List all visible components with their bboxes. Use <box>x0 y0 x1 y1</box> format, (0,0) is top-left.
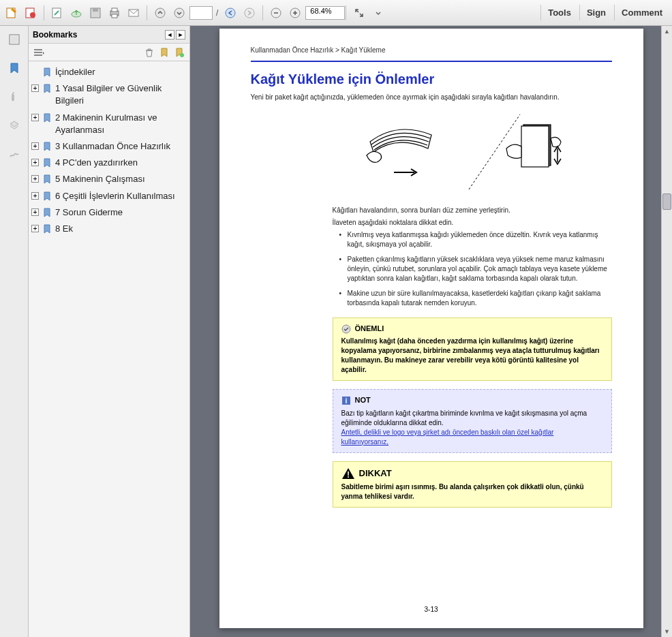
new-bookmark-icon[interactable] <box>158 46 170 59</box>
new-bookmark-from-struct-icon[interactable] <box>173 46 185 59</box>
bookmark-label: 8 Ek <box>55 223 187 235</box>
bookmark-item[interactable]: +8 Ek <box>30 221 188 237</box>
para-2: Kâğıtları havalandırın, sonra bunları dü… <box>333 206 612 215</box>
expand-icon[interactable]: + <box>31 114 39 121</box>
bookmark-item[interactable]: +6 Çeşitli İşlevlerin Kullanılması <box>30 188 188 204</box>
important-box: ÖNEMLI Kullanılmış kağıt (daha önceden y… <box>333 317 612 381</box>
bookmark-item[interactable]: +1 Yasal Bilgiler ve Güvenlik Bilgileri <box>30 80 188 109</box>
layers-icon[interactable] <box>6 117 22 134</box>
main-toolbar: / 68.4% ▼ Tools Sign Comment <box>0 0 672 26</box>
bookmark-label: 5 Makinenin Çalışması <box>55 173 187 185</box>
page-number-input[interactable] <box>189 6 213 20</box>
expand-icon[interactable]: + <box>31 225 39 232</box>
bookmarks-panel: Bookmarks ◄ ► İçindekiler+1 Yasal Bilgil… <box>29 26 190 637</box>
svg-point-2 <box>30 12 35 18</box>
page-number: 3-13 <box>219 606 643 613</box>
bookmark-ribbon-icon <box>43 113 52 123</box>
note-box: i NOT Bazı tip kağıtların kağıt çıkartma… <box>333 389 612 452</box>
bookmark-ribbon-icon <box>43 67 52 77</box>
svg-rect-20 <box>34 52 42 53</box>
page-up-icon[interactable] <box>151 4 169 22</box>
bookmark-label: 7 Sorun Giderme <box>55 206 187 219</box>
bullet-list: Kıvrılmış veya katlanmışsa kağıdı yüklem… <box>339 230 612 308</box>
email-icon[interactable] <box>125 4 142 22</box>
bullet-item: Makine uzun bir süre kullanılmayacaksa, … <box>339 289 612 308</box>
page-down-icon[interactable] <box>170 4 188 22</box>
bookmarks-icon[interactable] <box>6 60 22 76</box>
nav-back-icon[interactable] <box>222 4 239 22</box>
bookmark-item[interactable]: +4 PC'den yazdırırken <box>30 155 188 171</box>
zoom-in-icon[interactable] <box>286 4 304 22</box>
expand-icon[interactable]: + <box>31 142 39 150</box>
sign-button[interactable]: Sign <box>579 5 613 20</box>
signatures-icon[interactable] <box>6 146 22 162</box>
svg-text:i: i <box>345 397 347 405</box>
comment-button[interactable]: Comment <box>614 5 669 20</box>
svg-point-14 <box>245 8 254 18</box>
svg-rect-18 <box>11 36 18 43</box>
create-pdf-icon[interactable] <box>22 4 40 22</box>
svg-rect-8 <box>112 8 117 12</box>
svg-rect-9 <box>112 14 117 18</box>
tools-button[interactable]: Tools <box>540 5 578 20</box>
page-separator: / <box>216 8 218 18</box>
thumbnails-icon[interactable] <box>6 31 22 48</box>
expand-icon[interactable]: + <box>31 175 39 183</box>
paper-fanning-illustration <box>319 108 612 196</box>
scroll-thumb[interactable] <box>662 193 671 210</box>
svg-point-11 <box>155 8 165 18</box>
bullet-item: Paketten çıkarılmış kağıtların yüksek sı… <box>339 255 612 283</box>
check-circle-icon <box>341 324 351 334</box>
note-body-2: Antetli, delikli ve logo veya şirket adı… <box>341 428 603 447</box>
bookmark-label: İçindekiler <box>55 66 187 78</box>
important-title: ÖNEMLI <box>341 324 603 334</box>
document-area: Kullanmadan Önce Hazırlık > Kağıt Yüklem… <box>190 26 672 637</box>
panel-collapse-left-icon[interactable]: ◄ <box>165 30 174 40</box>
vertical-scrollbar[interactable]: ▲ ▼ <box>661 26 672 637</box>
nav-forward-icon[interactable] <box>241 4 258 22</box>
expand-icon[interactable]: + <box>31 192 39 200</box>
pdf-page: Kullanmadan Önce Hazırlık > Kağıt Yüklem… <box>219 29 643 628</box>
svg-rect-25 <box>521 126 549 167</box>
bookmark-item[interactable]: +3 Kullanmadan Önce Hazırlık <box>30 138 188 155</box>
more-icon[interactable] <box>369 4 387 22</box>
separator <box>147 5 147 20</box>
bookmark-item[interactable]: İçindekiler <box>30 64 188 80</box>
bookmark-ribbon-icon <box>43 142 52 151</box>
bookmark-ribbon-icon <box>43 191 52 201</box>
scroll-up-icon[interactable]: ▲ <box>662 26 672 37</box>
bookmark-ribbon-icon <box>43 224 52 234</box>
caution-box: ! DIKKAT Sabitleme birimi aşırı ısınmış.… <box>333 461 612 508</box>
edit-icon[interactable] <box>48 4 66 22</box>
fullscreen-icon[interactable] <box>350 4 368 22</box>
bookmarks-title: Bookmarks <box>33 30 164 40</box>
bookmark-label: 3 Kullanmadan Önce Hazırlık <box>55 140 187 153</box>
bookmarks-options-icon[interactable] <box>33 46 45 59</box>
attachments-icon[interactable] <box>6 89 22 105</box>
para-3: İlaveten aşağıdaki noktalara dikkat edin… <box>333 218 612 228</box>
save-icon[interactable] <box>87 4 104 22</box>
bookmark-item[interactable]: +5 Makinenin Çalışması <box>30 171 188 187</box>
delete-bookmark-icon[interactable] <box>143 46 155 59</box>
svg-rect-21 <box>34 55 42 56</box>
bullet-item: Kıvrılmış veya katlanmışsa kağıdı yüklem… <box>339 230 612 249</box>
page-title: Kağıt Yükleme için Önlemler <box>251 72 612 87</box>
expand-icon[interactable]: + <box>31 159 39 166</box>
convert-pdf-icon[interactable] <box>3 4 20 22</box>
bookmark-item[interactable]: +7 Sorun Giderme <box>30 204 188 221</box>
panel-collapse-right-icon[interactable]: ► <box>176 30 185 40</box>
cloud-upload-icon[interactable] <box>67 4 85 22</box>
print-icon[interactable] <box>106 4 123 22</box>
scroll-down-icon[interactable]: ▼ <box>662 626 672 637</box>
bookmark-ribbon-icon <box>43 158 52 168</box>
info-icon: i <box>341 396 351 405</box>
note-body-1: Bazı tip kağıtların kağıt çıkartma birim… <box>341 409 603 428</box>
bookmark-item[interactable]: +2 Makinenin Kurulması ve Ayarlanması <box>30 110 188 138</box>
expand-icon[interactable]: + <box>31 84 39 92</box>
bookmarks-header: Bookmarks ◄ ► <box>29 26 189 44</box>
warning-triangle-icon: ! <box>341 467 355 480</box>
zoom-select[interactable]: 68.4% <box>305 6 344 20</box>
zoom-out-icon[interactable] <box>267 4 285 22</box>
expand-icon[interactable]: + <box>31 208 39 216</box>
bookmark-label: 4 PC'den yazdırırken <box>55 157 187 169</box>
